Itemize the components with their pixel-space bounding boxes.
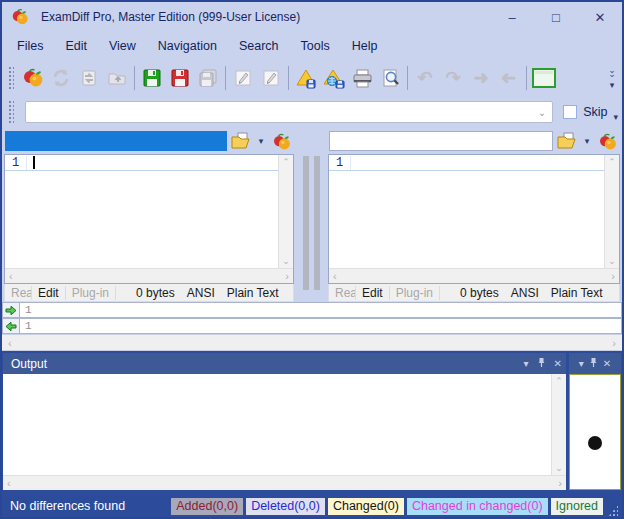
skip-label[interactable]: Skip xyxy=(583,105,607,119)
first-file-path-field[interactable] xyxy=(5,131,227,151)
plugin-indicator[interactable]: Plug-in xyxy=(390,286,440,300)
merge-line-field[interactable]: 1 xyxy=(19,302,622,318)
read-mode-indicator[interactable]: Read xyxy=(5,286,32,300)
second-pane-statusbar: Read Edit Plug-in 0 bytes ANSI Plain Tex… xyxy=(328,284,620,302)
menu-view[interactable]: View xyxy=(98,35,147,57)
toolbar-overflow-icon[interactable]: ⌄⌄ xyxy=(608,68,616,76)
scroll-down-icon[interactable]: ⌄ xyxy=(608,256,616,266)
print-preview-button[interactable] xyxy=(376,64,404,92)
second-editor-text[interactable]: 1 xyxy=(329,155,604,268)
menu-search[interactable]: Search xyxy=(228,35,290,57)
edit-first-file-button[interactable] xyxy=(229,64,257,92)
merge-line-field[interactable]: 1 xyxy=(19,318,622,334)
scroll-right-icon[interactable]: › xyxy=(558,477,562,489)
second-compare-button[interactable] xyxy=(595,130,619,152)
first-compare-button[interactable] xyxy=(269,130,293,152)
scroll-left-icon[interactable]: ‹ xyxy=(7,477,11,489)
second-editor-vertical-scrollbar[interactable]: ⌃ ⌄ xyxy=(604,155,619,268)
format-indicator[interactable]: Plain Text xyxy=(545,286,609,300)
scroll-right-icon[interactable]: › xyxy=(612,337,616,349)
print-button[interactable] xyxy=(348,64,376,92)
scroll-right-icon[interactable]: › xyxy=(285,270,289,282)
second-overview-bar[interactable] xyxy=(314,156,320,290)
plugin-indicator[interactable]: Plug-in xyxy=(66,286,116,300)
scroll-left-icon[interactable]: ‹ xyxy=(8,337,12,349)
toolbar-grip[interactable] xyxy=(8,100,14,124)
menu-files[interactable]: Files xyxy=(6,35,54,57)
minimize-icon[interactable]: – xyxy=(490,3,534,31)
toolbar-separator xyxy=(407,66,408,90)
pin-icon[interactable] xyxy=(537,357,546,370)
panel-menu-icon[interactable]: ▾ xyxy=(579,358,584,369)
app-logo-fruit-icon[interactable] xyxy=(11,8,29,26)
statistics-panel-header[interactable]: ▾ ✕ xyxy=(569,353,621,374)
output-horizontal-scrollbar[interactable]: ‹ › xyxy=(3,475,566,490)
first-editor-text[interactable]: 1 xyxy=(5,155,278,268)
open-file-dropdown-icon[interactable]: ▾ xyxy=(581,136,593,146)
encoding-indicator[interactable]: ANSI xyxy=(505,286,545,300)
close-icon[interactable]: ✕ xyxy=(578,3,622,31)
scroll-down-icon[interactable]: ⌄ xyxy=(282,256,290,266)
read-mode-indicator[interactable]: Read xyxy=(329,286,356,300)
scroll-up-icon[interactable]: ⌃ xyxy=(282,157,290,167)
previous-difference-button[interactable]: ➜ xyxy=(495,64,523,92)
first-editor-vertical-scrollbar[interactable]: ⌃ ⌄ xyxy=(278,155,293,268)
merge-horizontal-scrollbar[interactable]: ‹ › xyxy=(2,334,622,351)
output-panel-body[interactable]: ⌃ ⌄ ‹ › xyxy=(3,374,566,490)
scroll-left-icon[interactable]: ‹ xyxy=(9,270,13,282)
encoding-indicator[interactable]: ANSI xyxy=(181,286,221,300)
second-editor-horizontal-scrollbar[interactable]: ‹ › xyxy=(329,268,619,283)
menu-navigation[interactable]: Navigation xyxy=(147,35,228,57)
first-editor-horizontal-scrollbar[interactable]: ‹ › xyxy=(5,268,293,283)
open-folder-icon xyxy=(231,132,251,150)
panes-layout-button[interactable] xyxy=(530,64,558,92)
first-overview-bar[interactable] xyxy=(303,156,309,290)
close-icon[interactable]: ✕ xyxy=(554,358,562,369)
copy-to-left-button[interactable] xyxy=(2,318,19,334)
compare-button[interactable] xyxy=(19,64,47,92)
menu-tools[interactable]: Tools xyxy=(290,35,341,57)
output-text-area[interactable] xyxy=(3,374,551,475)
first-editor[interactable]: 1 ⌃ ⌄ ‹ › xyxy=(4,154,294,284)
save-first-file-button[interactable] xyxy=(138,64,166,92)
menu-edit[interactable]: Edit xyxy=(54,35,98,57)
recompare-button[interactable] xyxy=(47,64,75,92)
save-second-file-button[interactable] xyxy=(166,64,194,92)
next-difference-button[interactable]: ➜ xyxy=(467,64,495,92)
scroll-left-icon[interactable]: ‹ xyxy=(333,270,337,282)
swap-panes-button[interactable] xyxy=(75,64,103,92)
second-open-file-button[interactable] xyxy=(555,130,579,152)
save-differences-button[interactable] xyxy=(292,64,320,92)
menu-help[interactable]: Help xyxy=(341,35,389,57)
first-open-file-button[interactable] xyxy=(229,130,253,152)
resize-grip[interactable] xyxy=(608,505,618,517)
copy-to-right-button[interactable] xyxy=(2,302,19,318)
pin-icon[interactable] xyxy=(589,357,598,370)
scroll-up-icon[interactable]: ⌃ xyxy=(555,376,563,386)
undo-button[interactable]: ↶ xyxy=(411,64,439,92)
second-editor[interactable]: 1 ⌃ ⌄ ‹ › xyxy=(328,154,620,284)
second-file-path-field[interactable] xyxy=(329,131,553,151)
scroll-down-icon[interactable]: ⌄ xyxy=(555,463,563,473)
maximize-icon[interactable]: □ xyxy=(534,3,578,31)
output-panel-header[interactable]: Output ▾ ✕ xyxy=(3,353,566,374)
edit-second-file-button[interactable] xyxy=(257,64,285,92)
toolbar-grip[interactable] xyxy=(8,66,14,90)
skip-dropdown-icon[interactable]: ▾ xyxy=(613,114,618,120)
redo-button[interactable]: ↷ xyxy=(439,64,467,92)
open-file-dropdown-icon[interactable]: ▾ xyxy=(255,136,267,146)
skip-checkbox[interactable] xyxy=(563,105,577,119)
save-differences-as-web-page-button[interactable] xyxy=(320,64,348,92)
save-all-button[interactable] xyxy=(194,64,222,92)
close-icon[interactable]: ✕ xyxy=(603,358,611,369)
panel-menu-icon[interactable]: ▾ xyxy=(524,358,529,369)
options-combobox[interactable]: ⌄ xyxy=(25,101,553,123)
open-parent-folder-button[interactable] xyxy=(103,64,131,92)
format-indicator[interactable]: Plain Text xyxy=(221,286,285,300)
edit-mode-indicator[interactable]: Edit xyxy=(356,286,390,300)
scroll-up-icon[interactable]: ⌃ xyxy=(608,157,616,167)
scroll-right-icon[interactable]: › xyxy=(611,270,615,282)
toolbar-options-dropdown-icon[interactable]: ▾ xyxy=(610,82,615,88)
output-vertical-scrollbar[interactable]: ⌃ ⌄ xyxy=(551,374,566,475)
edit-mode-indicator[interactable]: Edit xyxy=(32,286,66,300)
